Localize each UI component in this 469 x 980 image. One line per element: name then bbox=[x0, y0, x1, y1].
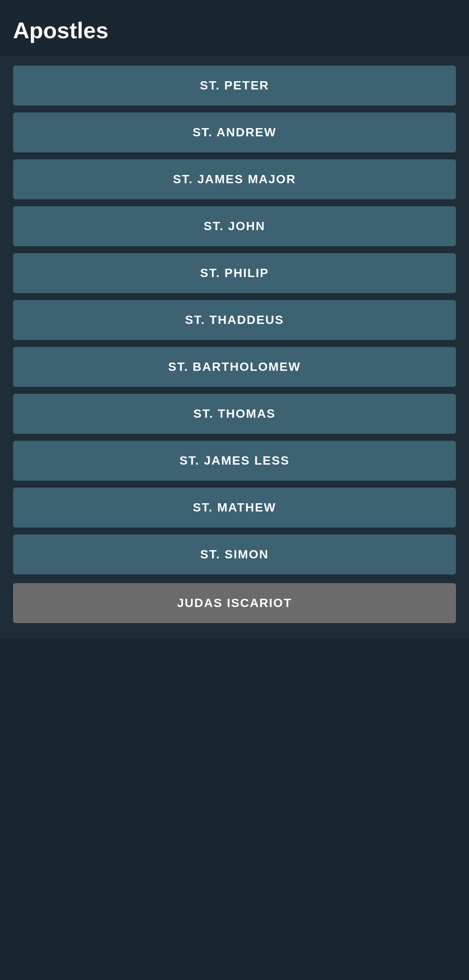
header: Apostles bbox=[0, 0, 469, 57]
apostles-list: ST. PETERST. ANDREWST. JAMES MAJORST. JO… bbox=[0, 57, 469, 639]
apostle-button-james-less[interactable]: ST. JAMES LESS bbox=[13, 441, 456, 481]
bottom-spacer bbox=[0, 639, 469, 899]
apostle-button-thaddeus[interactable]: ST. THADDEUS bbox=[13, 300, 456, 340]
apostle-button-peter[interactable]: ST. PETER bbox=[13, 66, 456, 106]
apostle-button-john[interactable]: ST. JOHN bbox=[13, 206, 456, 246]
page-title: Apostles bbox=[13, 17, 456, 43]
apostle-button-bartholomew[interactable]: ST. BARTHOLOMEW bbox=[13, 347, 456, 387]
apostle-button-james-major[interactable]: ST. JAMES MAJOR bbox=[13, 159, 456, 199]
apostle-button-judas-iscariot[interactable]: JUDAS ISCARIOT bbox=[13, 583, 456, 623]
apostle-button-philip[interactable]: ST. PHILIP bbox=[13, 253, 456, 293]
apostle-button-mathew[interactable]: ST. MATHEW bbox=[13, 488, 456, 528]
apostle-button-andrew[interactable]: ST. ANDREW bbox=[13, 112, 456, 152]
apostle-button-simon[interactable]: ST. SIMON bbox=[13, 535, 456, 574]
apostle-button-thomas[interactable]: ST. THOMAS bbox=[13, 394, 456, 434]
